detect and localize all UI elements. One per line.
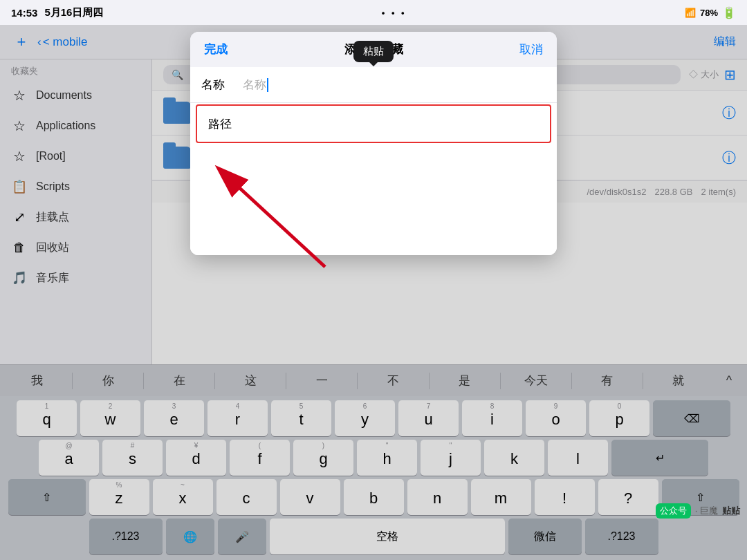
path-field-input[interactable] [250, 117, 539, 131]
status-right: 📶 78% 🔋 [685, 6, 736, 19]
status-dots: • • • [353, 8, 436, 18]
battery-text: 78% [700, 8, 718, 18]
paste-tooltip[interactable]: 粘贴 [353, 41, 394, 62]
name-field-placeholder: 名称 [243, 77, 266, 93]
add-to-favorites-dialog: 完成 添加到收藏 取消 粘贴 名称 名称 路径 [190, 32, 557, 255]
watermark-brand: 贴贴 [722, 505, 740, 517]
name-field-label: 名称 [201, 77, 243, 93]
watermark: 公众号 · 巨魔 贴贴 [656, 503, 740, 519]
status-date: 5月16日周四 [44, 6, 103, 19]
name-field-cursor [267, 78, 268, 92]
wifi-icon: 📶 [685, 8, 696, 18]
paste-tooltip-text: 粘贴 [363, 45, 384, 57]
path-field-highlight: 路径 [196, 104, 551, 143]
dialog-empty-space [190, 144, 557, 255]
status-time: 14:53 [11, 7, 37, 19]
path-field-label: 路径 [208, 116, 250, 132]
dialog-body: 粘贴 名称 名称 路径 [190, 67, 557, 255]
status-bar: 14:53 5月16日周四 • • • 📶 78% 🔋 [0, 0, 747, 25]
name-field-row[interactable]: 名称 名称 [190, 67, 557, 103]
name-field-container: 粘贴 名称 名称 [190, 67, 557, 103]
battery-icon: 🔋 [722, 6, 736, 19]
dialog-done-button[interactable]: 完成 [204, 41, 228, 57]
watermark-icon: 公众号 [656, 503, 691, 519]
dialog-cancel-button[interactable]: 取消 [519, 41, 543, 57]
path-field-row[interactable]: 路径 [197, 106, 550, 142]
dialog-overlay: 完成 添加到收藏 取消 粘贴 名称 名称 路径 [0, 25, 747, 560]
watermark-text: · 巨魔 [695, 505, 718, 517]
